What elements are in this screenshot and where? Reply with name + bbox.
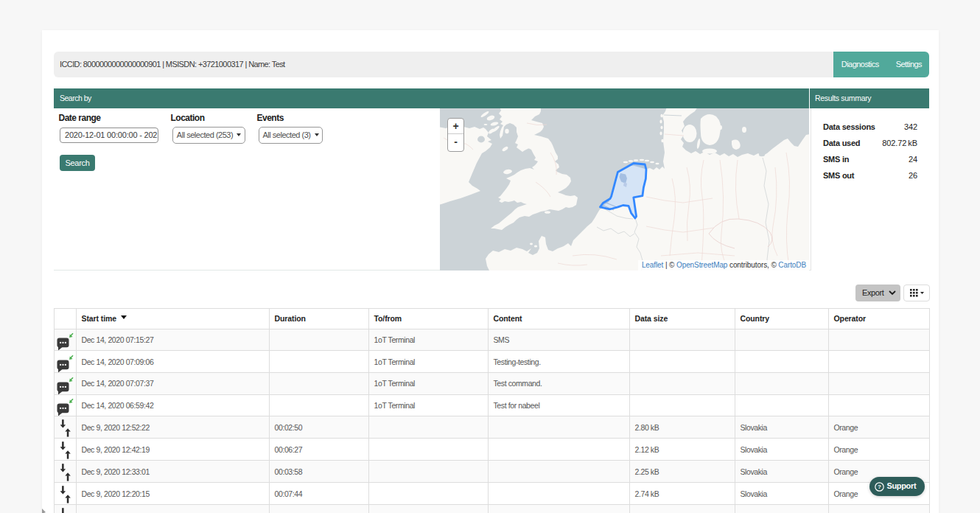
svg-text:?: ? (878, 484, 881, 490)
